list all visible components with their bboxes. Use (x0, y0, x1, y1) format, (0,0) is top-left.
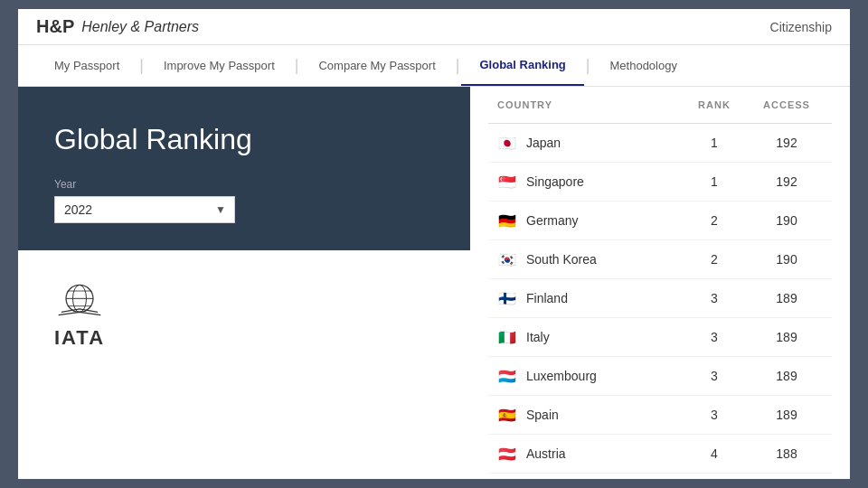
table-row: 🇪🇸 Spain 3 189 (488, 396, 832, 435)
country-cell: 🇫🇮 Finland (497, 288, 678, 308)
navigation: My Passport | Improve My Passport | Comp… (18, 45, 850, 87)
table-body: 🇯🇵 Japan 1 192 🇸🇬 Singapore 1 192 🇩🇪 Ger… (488, 124, 832, 479)
logo: H&P Henley & Partners (36, 16, 199, 37)
table-header: COUNTRY RANK ACCESS (488, 87, 832, 124)
country-cell: 🇯🇵 Japan (497, 133, 678, 153)
logo-symbol: H&P (36, 16, 74, 37)
hero-section: Global Ranking Year 2022 2021 2020 ▼ (18, 87, 470, 250)
right-panel[interactable]: COUNTRY RANK ACCESS 🇯🇵 Japan 1 192 🇸🇬 Si… (470, 87, 850, 479)
rank-cell: 3 (678, 369, 750, 383)
country-name: Spain (526, 408, 559, 422)
nav-separator-4: | (584, 56, 592, 75)
header: H&P Henley & Partners Citizenship (18, 9, 850, 45)
nav-global-ranking[interactable]: Global Ranking (461, 45, 583, 86)
country-name: Austria (526, 446, 566, 461)
country-cell: 🇱🇺 Luxembourg (497, 366, 678, 386)
col-access-header: ACCESS (750, 99, 823, 110)
country-cell: 🇰🇷 South Korea (497, 249, 678, 269)
flag-icon: 🇪🇸 (497, 405, 517, 425)
country-name: Singapore (526, 174, 584, 189)
access-cell: 189 (750, 408, 823, 422)
rank-cell: 3 (678, 291, 750, 305)
rank-cell: 1 (678, 136, 750, 150)
table-row: 🇸🇬 Singapore 1 192 (488, 163, 832, 202)
table-row: 🇰🇷 South Korea 2 190 (488, 240, 832, 279)
year-select-container: 2022 2021 2020 ▼ (54, 196, 235, 223)
access-cell: 192 (750, 174, 823, 189)
iata-section: IATA (18, 250, 470, 479)
flag-icon: 🇮🇹 (497, 327, 517, 347)
access-cell: 189 (750, 369, 823, 383)
citizenship-link[interactable]: Citizenship (770, 20, 832, 34)
year-select[interactable]: 2022 2021 2020 (54, 196, 235, 223)
nav-improve-passport[interactable]: Improve My Passport (146, 46, 293, 85)
iata-globe-icon (57, 277, 102, 323)
main-container: H&P Henley & Partners Citizenship My Pas… (18, 9, 850, 479)
country-cell: 🇮🇹 Italy (497, 327, 678, 347)
col-country-header: COUNTRY (497, 99, 678, 110)
rank-cell: 2 (678, 252, 750, 267)
country-name: Japan (526, 136, 561, 150)
flag-icon: 🇯🇵 (497, 133, 517, 153)
year-label: Year (54, 178, 434, 191)
nav-separator-3: | (454, 56, 462, 75)
table-row: 🇫🇮 Finland 3 189 (488, 279, 832, 318)
flag-icon: 🇱🇺 (497, 366, 517, 386)
access-cell: 192 (750, 136, 823, 150)
country-cell: 🇩🇪 Germany (497, 211, 678, 230)
access-cell: 190 (750, 252, 823, 267)
nav-compare-passport[interactable]: Compare My Passport (300, 46, 453, 85)
table-row: 🇩🇪 Germany 2 190 (488, 202, 832, 240)
flag-icon: 🇫🇮 (497, 288, 517, 308)
country-cell: 🇦🇹 Austria (497, 444, 678, 464)
country-name: Finland (526, 291, 568, 305)
access-cell: 189 (750, 291, 823, 305)
flag-icon: 🇰🇷 (497, 249, 517, 269)
table-row: 🇩🇰 Denmark 4 188 (488, 474, 832, 479)
nav-methodology[interactable]: Methodology (592, 46, 695, 85)
access-cell: 190 (750, 213, 823, 228)
country-name: Germany (526, 213, 579, 228)
access-cell: 189 (750, 330, 823, 344)
flag-icon: 🇸🇬 (497, 172, 517, 192)
country-cell: 🇪🇸 Spain (497, 405, 678, 425)
nav-separator-1: | (137, 56, 146, 75)
access-cell: 188 (750, 446, 823, 461)
logo-name: Henley & Partners (81, 19, 199, 35)
hero-title: Global Ranking (54, 123, 434, 156)
left-panel: Global Ranking Year 2022 2021 2020 ▼ (18, 87, 470, 479)
content: Global Ranking Year 2022 2021 2020 ▼ (18, 87, 850, 479)
rank-cell: 3 (678, 408, 750, 422)
country-name: Italy (526, 330, 550, 344)
rank-cell: 2 (678, 213, 750, 228)
rank-cell: 4 (678, 446, 750, 461)
col-rank-header: RANK (678, 99, 750, 110)
flag-icon: 🇩🇪 (497, 211, 517, 230)
iata-text: IATA (54, 326, 105, 350)
flag-icon: 🇦🇹 (497, 444, 517, 464)
rank-cell: 3 (678, 330, 750, 344)
table-row: 🇯🇵 Japan 1 192 (488, 124, 832, 163)
country-name: Luxembourg (526, 369, 597, 383)
nav-separator-2: | (293, 56, 301, 75)
country-cell: 🇸🇬 Singapore (497, 172, 678, 192)
rank-cell: 1 (678, 174, 750, 189)
nav-my-passport[interactable]: My Passport (36, 46, 137, 85)
table-row: 🇮🇹 Italy 3 189 (488, 318, 832, 357)
table-row: 🇦🇹 Austria 4 188 (488, 435, 832, 474)
iata-logo: IATA (54, 277, 105, 350)
table-row: 🇱🇺 Luxembourg 3 189 (488, 357, 832, 396)
country-name: South Korea (526, 252, 597, 267)
